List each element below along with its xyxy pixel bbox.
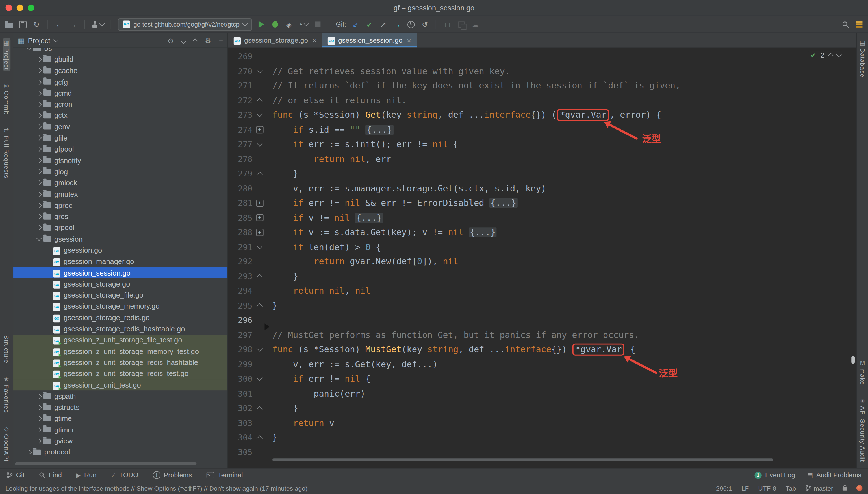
tree-item[interactable]: gcron	[13, 99, 228, 110]
code-line[interactable]: 271// It returns `def` if the key does n…	[228, 78, 856, 93]
tool-strip-button-structure[interactable]: ≡Structure	[2, 325, 10, 365]
event-log-button[interactable]: 1 Event Log	[755, 471, 795, 479]
fold-column[interactable]: +	[252, 196, 267, 211]
tree-item[interactable]: protocol	[13, 446, 228, 458]
tool-window-button-todo[interactable]: ✓TODO	[111, 471, 138, 479]
fold-column[interactable]	[252, 64, 267, 78]
tree-item[interactable]: gview	[13, 436, 228, 447]
git-push-icon[interactable]: ↗	[379, 19, 388, 30]
coverage-button[interactable]: ◈	[285, 19, 293, 30]
tree-chevron-icon[interactable]	[35, 125, 43, 129]
tree-item[interactable]: gctx	[13, 110, 228, 121]
run-configuration-select[interactable]: GO go test github.com/gogf/gf/v2/net/gtc…	[118, 18, 252, 31]
tree-item[interactable]: GOgsession_z_unit_storage_redis_hashtabl…	[13, 357, 228, 368]
tree-chevron-icon[interactable]	[35, 417, 43, 421]
code-line[interactable]: 296	[228, 313, 856, 328]
code-line[interactable]: 285+ if v != nil {...}	[228, 210, 856, 225]
editor-vertical-scrollbar[interactable]	[851, 356, 855, 364]
tree-chevron-icon[interactable]	[35, 181, 43, 185]
fold-column[interactable]	[252, 342, 267, 357]
previous-problem-icon[interactable]	[828, 53, 833, 58]
git-update-icon[interactable]: ↙	[351, 19, 360, 30]
tree-item[interactable]: gcmd	[13, 88, 228, 99]
collapse-all-icon[interactable]	[193, 36, 197, 44]
back-icon[interactable]: ←	[55, 19, 64, 30]
tree-item[interactable]: gspath	[13, 391, 228, 402]
tree-chevron-icon[interactable]	[35, 147, 43, 151]
tree-item[interactable]: grpool	[13, 222, 228, 233]
tool-strip-button-database[interactable]: ▤Database	[859, 38, 866, 79]
code-line[interactable]: 294 return nil, nil	[228, 284, 856, 298]
code-line[interactable]: 280 v, err := s.manager.storage.Get(s.ct…	[228, 181, 856, 196]
hide-panel-icon[interactable]: −	[219, 36, 223, 44]
tree-item[interactable]: gbuild	[13, 54, 228, 65]
code-line[interactable]: 278 return nil, err	[228, 152, 856, 167]
code-line[interactable]: 291 if len(def) > 0 {	[228, 240, 856, 254]
tool-window-button-find[interactable]: Find	[39, 471, 62, 479]
tree-item[interactable]: os	[13, 48, 228, 54]
close-window-button[interactable]	[6, 4, 13, 11]
fold-column[interactable]: +	[252, 210, 267, 225]
next-problem-icon[interactable]	[836, 52, 842, 57]
tree-item[interactable]: gtimer	[13, 424, 228, 436]
tool-strip-button-api-security-audit[interactable]: ◈API Security Audit	[859, 396, 866, 463]
run-button[interactable]	[257, 19, 266, 30]
tree-chevron-icon[interactable]	[35, 80, 43, 84]
tree-item[interactable]: gres	[13, 211, 228, 222]
open-icon[interactable]	[4, 19, 13, 30]
fold-column[interactable]	[252, 93, 267, 108]
shelve-icon[interactable]: □	[443, 19, 452, 30]
close-tab-icon[interactable]: ×	[312, 36, 317, 44]
tool-window-button-run[interactable]: ▶Run	[76, 471, 96, 479]
tree-item[interactable]: GOgsession_storage.go	[13, 278, 228, 290]
code-line[interactable]: 281+ if err != nil && err != ErrorDisabl…	[228, 196, 856, 211]
tree-chevron-icon[interactable]	[35, 192, 43, 196]
fold-column[interactable]	[252, 298, 267, 313]
tool-strip-button-commit[interactable]: ◎Commit	[2, 80, 10, 116]
tree-chevron-icon[interactable]	[25, 48, 33, 49]
project-panel-title[interactable]: Project	[28, 36, 50, 44]
settings-gear-icon[interactable]: ⚙	[204, 36, 211, 44]
updates-icon[interactable]	[855, 19, 864, 30]
tree-item[interactable]: GOgsession_storage_memory.go	[13, 301, 228, 312]
fold-column[interactable]	[252, 167, 267, 181]
code-line[interactable]: 302 }	[228, 401, 856, 416]
tree-item[interactable]: GOgsession.go	[13, 245, 228, 256]
tree-item[interactable]: GOgsession_storage_redis.go	[13, 312, 228, 323]
tree-item[interactable]: GOgsession_session.go	[13, 267, 228, 278]
code-line[interactable]: 299 v, err := s.Get(key, def...)	[228, 357, 856, 372]
code-line[interactable]: 277 if err := s.init(); err != nil {	[228, 137, 856, 152]
minimize-window-button[interactable]	[17, 4, 23, 11]
code-line[interactable]: 292 return gvar.New(def[0]), nil	[228, 254, 856, 269]
indent-indicator[interactable]: Tab	[786, 485, 796, 492]
tree-item[interactable]: gstructs	[13, 402, 228, 413]
code-line[interactable]: 293 }	[228, 269, 856, 284]
tree-item[interactable]: gcache	[13, 65, 228, 76]
tree-chevron-icon[interactable]	[25, 450, 33, 454]
tree-chevron-icon[interactable]	[35, 226, 43, 230]
tool-window-button-problems[interactable]: !Problems	[152, 471, 192, 479]
code-line[interactable]: 298func (s *Session) MustGet(key string,…	[228, 342, 856, 357]
fold-column[interactable]	[252, 137, 267, 152]
git-history-icon[interactable]	[406, 19, 415, 30]
code-line[interactable]: 303 return v	[228, 416, 856, 430]
tool-strip-button-project[interactable]: ▦Project	[2, 38, 10, 71]
tree-item[interactable]: gproc	[13, 200, 228, 211]
ide-error-indicator[interactable]	[856, 485, 863, 491]
tree-item[interactable]: GOgsession_storage_file.go	[13, 290, 228, 301]
tree-chevron-icon[interactable]	[35, 204, 43, 208]
git-cherry-pick-icon[interactable]: →	[393, 19, 401, 30]
code-line[interactable]: 300 if err != nil {	[228, 372, 856, 386]
editor-tab-gsession-session-go[interactable]: GOgsession_session.go×	[322, 33, 416, 48]
tree-item[interactable]: genv	[13, 121, 228, 132]
code-line[interactable]: 288+ if v := s.data.Get(key); v != nil {…	[228, 225, 856, 240]
search-everywhere-icon[interactable]	[841, 19, 850, 30]
tool-window-button-terminal[interactable]: >_Terminal	[206, 471, 243, 479]
tree-chevron-icon[interactable]	[35, 102, 43, 107]
code-line[interactable]: 274+ if s.id == "" {...}	[228, 122, 856, 137]
fold-column[interactable]	[252, 372, 267, 386]
tree-item[interactable]: GOgsession_z_unit_storage_file_test.go	[13, 335, 228, 346]
tree-item[interactable]: gcfg	[13, 76, 228, 88]
tree-item[interactable]: GOgsession_z_unit_test.go	[13, 379, 228, 391]
tree-item[interactable]: gtime	[13, 413, 228, 424]
